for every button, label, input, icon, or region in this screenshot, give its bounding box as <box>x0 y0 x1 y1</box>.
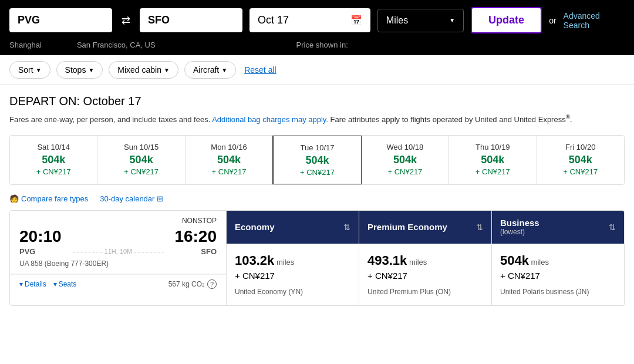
date-cell[interactable]: Thu 10/19 504k + CN¥217 <box>449 136 537 184</box>
details-link[interactable]: ▾ Details <box>19 280 46 288</box>
duration-dots: - - - - - - - - 11H, 10M - - - - - - - - <box>35 248 201 255</box>
date-cell-miles: 504k <box>278 154 356 167</box>
date-cell[interactable]: Sun 10/15 504k + CN¥217 <box>97 136 185 184</box>
aircraft-button[interactable]: Aircraft ▼ <box>184 61 236 79</box>
co2-help-icon[interactable]: ? <box>207 279 217 289</box>
date-cell-plus: + CN¥217 <box>190 167 268 176</box>
stops-label: Stops <box>65 65 86 75</box>
date-cell-miles: 504k <box>454 154 531 166</box>
date-picker[interactable]: Oct 17 📅 <box>249 8 370 32</box>
times-row: 20:10 16:20 <box>19 227 217 246</box>
stops-button[interactable]: Stops ▼ <box>56 61 103 79</box>
date-cell-miles: 504k <box>542 154 619 166</box>
reset-all-button[interactable]: Reset all <box>244 62 276 78</box>
miles-label: Miles <box>386 15 408 26</box>
grid-icon: ⊞ <box>157 194 163 203</box>
depart-time: 20:10 <box>19 227 62 246</box>
date-cell-day: Sun 10/15 <box>102 143 180 151</box>
mixed-cabin-chevron-icon: ▼ <box>164 67 170 73</box>
destination-code: SFO <box>201 247 217 256</box>
fare-col-body: 504k miles + CN¥217 United Polaris busin… <box>492 244 624 305</box>
stops-chevron-icon: ▼ <box>88 67 94 73</box>
fare-note2: Fare attributes apply to flights operate… <box>331 115 566 124</box>
depart-date: October 17 <box>83 95 141 107</box>
date-cell-day: Wed 10/18 <box>366 143 444 151</box>
sort-chevron-icon: ▼ <box>36 67 42 73</box>
fare-miles: 504k miles <box>500 253 616 268</box>
fare-col-header: Business (lowest) ⇅ <box>492 211 624 244</box>
filter-bar: Sort ▼ Stops ▼ Mixed cabin ▼ Aircraft ▼ … <box>0 55 634 85</box>
mixed-cabin-button[interactable]: Mixed cabin ▼ <box>109 61 178 79</box>
arrive-time: 16:20 <box>174 227 217 246</box>
date-cell[interactable]: Wed 10/18 504k + CN¥217 <box>362 136 449 184</box>
depart-bold: DEPART ON: <box>9 95 80 107</box>
fare-plus: + CN¥217 <box>367 271 483 281</box>
price-shown-label: Price shown in: <box>296 41 348 49</box>
header: ⇄ Oct 17 📅 Miles ▼ Update or Advanced Se… <box>0 0 634 41</box>
date-cell[interactable]: Mon 10/16 504k + CN¥217 <box>186 136 273 184</box>
fare-columns: Economy ⇅ 103.2k miles + CN¥217 United E… <box>227 210 625 306</box>
swap-button[interactable]: ⇄ <box>119 14 133 27</box>
airports-row: PVG - - - - - - - - 11H, 10M - - - - - -… <box>19 247 217 256</box>
calendar-icon: 📅 <box>350 15 362 26</box>
fare-plus: + CN¥217 <box>235 271 350 281</box>
calendar-link[interactable]: 30-day calendar ⊞ <box>100 194 163 203</box>
date-cell-miles: 504k <box>102 154 180 166</box>
fare-col-header: Premium Economy ⇅ <box>359 211 491 244</box>
destination-sub-label: San Francisco, CA, US <box>77 41 156 49</box>
chevron-down-icon: ▼ <box>449 17 455 23</box>
sub-header: Shanghai San Francisco, CA, US Price sho… <box>0 41 634 55</box>
fare-miles-unit: miles <box>274 258 294 267</box>
flight-header: NONSTOP 20:10 16:20 PVG - - - - - - - - … <box>10 211 226 274</box>
sort-col-icon[interactable]: ⇅ <box>476 223 483 232</box>
date-cell[interactable]: Tue 10/17 504k + CN¥217 <box>272 135 362 185</box>
price-type-select[interactable]: Miles ▼ <box>377 9 464 32</box>
compare-fare-label-text: 30-day calendar <box>100 194 154 203</box>
seats-link[interactable]: ▾ Seats <box>53 280 77 288</box>
person-icon: 🧑 <box>9 194 19 203</box>
update-button[interactable]: Update <box>471 7 542 33</box>
compare-fare-link[interactable]: 🧑 Compare fare types <box>9 194 88 203</box>
date-cell-day: Sat 10/14 <box>15 143 92 151</box>
fare-column: Economy ⇅ 103.2k miles + CN¥217 United E… <box>227 210 359 306</box>
sort-col-icon[interactable]: ⇅ <box>343 223 350 232</box>
details-row: ▾ Details ▾ Seats 567 kg CO₂ ? <box>10 274 226 294</box>
mixed-cabin-label: Mixed cabin <box>117 65 161 75</box>
date-cell[interactable]: Fri 10/20 504k + CN¥217 <box>537 136 624 184</box>
aircraft-chevron-icon: ▼ <box>221 67 227 73</box>
chevron-down-seats-icon: ▾ <box>53 280 57 288</box>
date-selector: Sat 10/14 504k + CN¥217 Sun 10/15 504k +… <box>9 135 625 185</box>
date-cell-plus: + CN¥217 <box>454 167 531 176</box>
co2-info: 567 kg CO₂ ? <box>168 279 217 289</box>
fare-col-header: Economy ⇅ <box>227 211 359 244</box>
aircraft-row: UA 858 (Boeing 777-300ER) <box>19 259 217 268</box>
co2-value: 567 kg CO₂ <box>168 280 205 288</box>
date-value: Oct 17 <box>258 14 346 26</box>
header-right: Update or Advanced Search <box>471 7 625 33</box>
sort-button[interactable]: Sort ▼ <box>9 61 50 79</box>
advanced-search-link[interactable]: Advanced Search <box>564 11 625 30</box>
fare-col-title: Premium Economy <box>367 222 447 232</box>
depart-heading: DEPART ON: October 17 <box>9 95 625 108</box>
fare-miles-unit: miles <box>529 258 549 267</box>
date-cell[interactable]: Sat 10/14 504k + CN¥217 <box>10 136 97 184</box>
date-cell-day: Thu 10/19 <box>454 143 531 151</box>
duration-label: 11H, 10M <box>104 248 133 255</box>
registered-symbol: ® <box>566 114 570 120</box>
destination-input[interactable] <box>140 8 242 32</box>
fare-cabin-label: United Polaris business (JN) <box>500 288 616 296</box>
date-cell-miles: 504k <box>366 154 444 166</box>
date-cell-plus: + CN¥217 <box>278 168 356 177</box>
fare-section: NONSTOP 20:10 16:20 PVG - - - - - - - - … <box>9 210 625 306</box>
fare-column: Business (lowest) ⇅ 504k miles + CN¥217 … <box>492 210 625 306</box>
fare-col-title: Economy <box>235 222 275 232</box>
fare-note: Fares are one-way, per person, and inclu… <box>9 113 625 126</box>
bag-charges-link[interactable]: Additional bag charges may apply. <box>212 115 328 124</box>
origin-input[interactable] <box>9 8 112 32</box>
fare-col-subtitle: (lowest) <box>500 228 539 236</box>
fare-miles: 103.2k miles <box>235 253 350 268</box>
sort-col-icon[interactable]: ⇅ <box>609 223 616 232</box>
fare-miles: 493.1k miles <box>367 253 483 268</box>
fare-col-body: 493.1k miles + CN¥217 United Premium Plu… <box>359 244 491 305</box>
fare-miles-unit: miles <box>407 258 427 267</box>
